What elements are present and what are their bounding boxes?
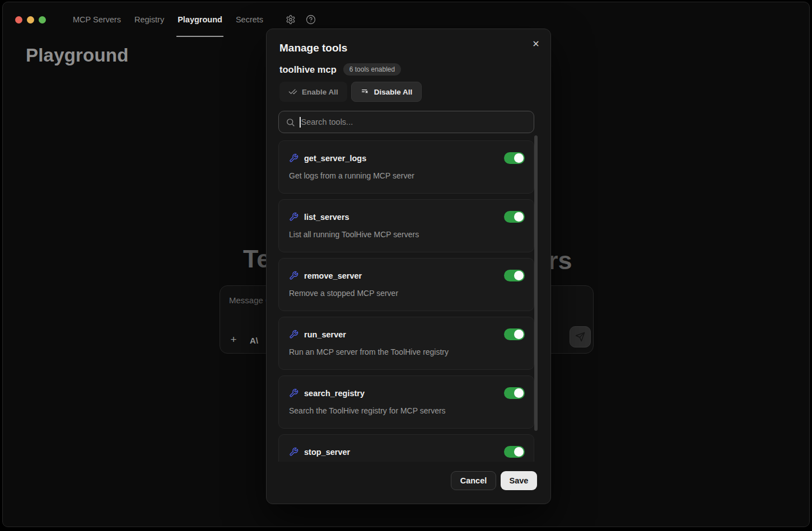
paper-plane-icon	[575, 332, 585, 342]
tool-name: list_servers	[304, 213, 498, 222]
tool-name: remove_server	[304, 271, 498, 280]
disable-all-button[interactable]: Disable All	[351, 82, 422, 102]
tool-card: run_server Run an MCP server from the To…	[278, 317, 534, 370]
help-icon[interactable]	[306, 15, 316, 25]
check-check-icon	[288, 87, 297, 96]
tab-playground[interactable]: Playground	[178, 2, 222, 37]
dialog-title: Manage tools	[279, 42, 347, 54]
tool-card: list_servers List all running ToolHive M…	[278, 199, 534, 252]
tool-description: Get logs from a running MCP server	[289, 171, 525, 180]
wrench-icon	[289, 271, 298, 280]
search-icon	[286, 118, 295, 127]
tool-description: Remove a stopped MCP server	[289, 289, 525, 298]
tool-card: remove_server Remove a stopped MCP serve…	[278, 258, 534, 311]
wrench-icon	[289, 153, 298, 163]
enable-all-button[interactable]: Enable All	[279, 82, 347, 102]
tool-toggle[interactable]	[504, 211, 525, 223]
toggle-knob	[514, 271, 524, 280]
scrollbar-thumb[interactable]	[534, 135, 538, 431]
message-input-placeholder[interactable]: Message C	[229, 295, 272, 305]
traffic-lights	[15, 16, 46, 24]
tool-card: search_registry Search the ToolHive regi…	[278, 375, 534, 429]
tool-description: Search the ToolHive registry for MCP ser…	[289, 406, 525, 415]
main-nav: MCP Servers Registry Playground Secrets	[73, 2, 263, 37]
disable-all-label: Disable All	[374, 88, 413, 96]
tool-description: Run an MCP server from the ToolHive regi…	[289, 347, 525, 356]
settings-gear-icon[interactable]	[286, 15, 296, 25]
search-box	[278, 111, 534, 133]
tool-description: List all running ToolHive MCP servers	[289, 230, 525, 239]
wrench-icon	[289, 388, 298, 398]
tab-playground-label: Playground	[178, 15, 222, 24]
attach-plus-icon[interactable]: +	[227, 333, 240, 346]
tool-card: get_server_logs Get logs from a running …	[278, 140, 534, 194]
toggle-knob	[514, 330, 524, 339]
tool-name: search_registry	[304, 389, 498, 398]
minimize-window-button[interactable]	[27, 16, 34, 24]
tool-name: stop_server	[304, 448, 498, 457]
save-button[interactable]: Save	[501, 471, 537, 490]
page-title: Playground	[26, 45, 129, 66]
wrench-icon	[289, 330, 298, 339]
cancel-button[interactable]: Cancel	[451, 471, 496, 490]
manage-tools-dialog: Manage tools ✕ toolhive mcp 6 tools enab…	[266, 29, 551, 504]
search-input[interactable]	[301, 118, 528, 126]
zoom-window-button[interactable]	[39, 16, 46, 24]
tool-toggle[interactable]	[504, 446, 525, 458]
list-x-icon	[361, 87, 370, 96]
send-button[interactable]	[570, 326, 591, 347]
hero-text-fragment-right: rs	[548, 246, 572, 275]
tab-mcp-servers[interactable]: MCP Servers	[73, 2, 121, 37]
tool-name: run_server	[304, 330, 498, 339]
tool-toggle[interactable]	[504, 328, 525, 340]
close-icon[interactable]: ✕	[530, 38, 542, 49]
text-style-icon[interactable]: A\	[250, 336, 258, 345]
tool-list: get_server_logs Get logs from a running …	[278, 140, 534, 462]
enable-all-label: Enable All	[302, 88, 338, 96]
tool-toggle[interactable]	[504, 387, 525, 399]
tab-secrets[interactable]: Secrets	[236, 2, 263, 37]
wrench-icon	[289, 212, 298, 222]
tab-registry[interactable]: Registry	[134, 2, 164, 37]
wrench-icon	[289, 447, 298, 457]
toggle-knob	[514, 153, 524, 163]
toggle-knob	[514, 388, 524, 398]
toggle-knob	[514, 212, 524, 222]
app-window: MCP Servers Registry Playground Secrets …	[2, 2, 810, 527]
tool-toggle[interactable]	[504, 152, 525, 164]
tool-card: stop_server	[278, 434, 534, 462]
toggle-knob	[514, 447, 524, 457]
close-window-button[interactable]	[15, 16, 22, 24]
tool-name: get_server_logs	[304, 154, 498, 163]
tools-enabled-badge: 6 tools enabled	[343, 63, 401, 76]
active-tab-underline	[176, 36, 223, 37]
tool-toggle[interactable]	[504, 270, 525, 281]
server-name: toolhive mcp	[279, 64, 337, 75]
